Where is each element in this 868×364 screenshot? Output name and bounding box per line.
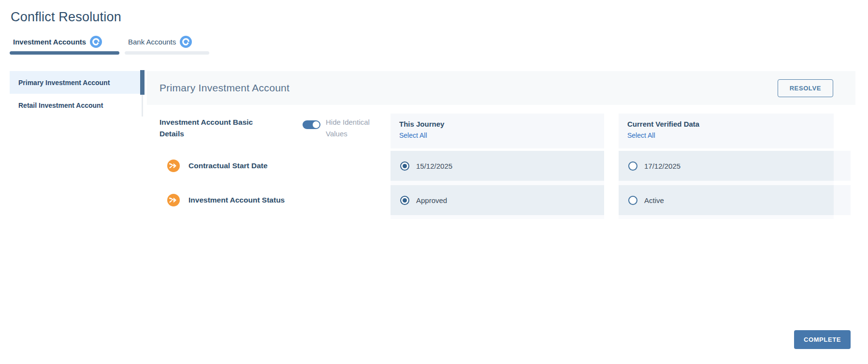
journey-option[interactable]: 15/12/2025 [400, 161, 452, 171]
journey-option[interactable]: Approved [400, 196, 447, 205]
verified-value-cell: Active [619, 185, 834, 215]
tab-bar: Investment Accounts Bank Accounts [10, 35, 209, 55]
option-value: 15/12/2025 [416, 162, 452, 170]
resolve-button[interactable]: RESOLVE [778, 79, 833, 97]
verified-option[interactable]: 17/12/2025 [628, 161, 680, 171]
table-header-row: Investment Account Basic Details Hide Id… [159, 114, 855, 148]
radio-button[interactable] [400, 161, 409, 171]
sidebar-item-label: Primary Investment Account [18, 79, 110, 87]
panel-header: Primary Investment Account RESOLVE [147, 71, 855, 105]
table-row: Investment Account Status Approved Activ… [159, 185, 855, 215]
option-value: Active [644, 196, 664, 204]
toggle-label: Hide Identical Values [326, 116, 384, 148]
verified-value-cell: 17/12/2025 [619, 151, 834, 181]
field-label: Investment Account Status [188, 196, 285, 204]
field-label: Contractual Start Date [188, 161, 268, 170]
tab-bank-accounts[interactable]: Bank Accounts [125, 35, 209, 55]
sidebar-item-retail-investment-account[interactable]: Retail Investment Account [10, 94, 142, 116]
option-value: 17/12/2025 [644, 162, 680, 170]
field-label-cell: Investment Account Status [159, 185, 391, 215]
radio-button[interactable] [628, 196, 637, 205]
tab-inactive-indicator [125, 51, 209, 55]
sidebar-item-primary-investment-account[interactable]: Primary Investment Account [10, 71, 142, 94]
journey-column-header: This Journey Select All [391, 114, 604, 148]
verified-column-title: Current Verified Data [627, 120, 834, 128]
journey-value-cell: Approved [391, 185, 604, 215]
panel-title: Primary Investment Account [159, 82, 289, 94]
verified-select-all-link[interactable]: Select All [627, 131, 655, 139]
merge-icon [167, 160, 180, 172]
option-value: Approved [416, 196, 447, 204]
radio-button[interactable] [628, 161, 637, 171]
conflict-table: Investment Account Basic Details Hide Id… [147, 114, 855, 219]
toggle-knob [313, 121, 319, 128]
radio-button[interactable] [400, 196, 409, 205]
page-title: Conflict Resolution [11, 10, 121, 25]
sync-icon [90, 36, 102, 48]
sync-icon [180, 36, 192, 48]
tab-label: Investment Accounts [13, 38, 86, 46]
sidebar-item-label: Retail Investment Account [18, 102, 103, 109]
journey-column-title: This Journey [399, 120, 604, 128]
merge-icon [167, 194, 180, 206]
tab-investment-accounts[interactable]: Investment Accounts [10, 35, 119, 55]
journey-value-cell: 15/12/2025 [391, 151, 604, 181]
section-title: Investment Account Basic Details [159, 116, 266, 148]
verified-option[interactable]: Active [628, 196, 664, 205]
tab-label: Bank Accounts [128, 38, 176, 46]
account-sidebar: Primary Investment Account Retail Invest… [10, 71, 143, 116]
tab-active-indicator [10, 51, 119, 55]
journey-select-all-link[interactable]: Select All [399, 131, 427, 139]
section-header-cell: Investment Account Basic Details Hide Id… [159, 114, 391, 148]
verified-column-header: Current Verified Data Select All [619, 114, 834, 148]
complete-button[interactable]: COMPLETE [794, 330, 851, 349]
table-row: Contractual Start Date 15/12/2025 17/12/… [159, 151, 855, 181]
hide-identical-values-toggle[interactable] [303, 120, 320, 129]
field-label-cell: Contractual Start Date [159, 151, 391, 181]
conflict-panel: Primary Investment Account RESOLVE Inves… [147, 71, 855, 219]
